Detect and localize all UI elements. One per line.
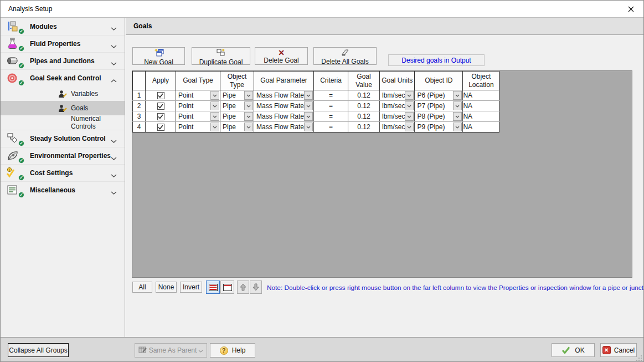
goal-value-cell[interactable]: 0.12 (348, 122, 380, 132)
collapse-all-groups-button[interactable]: Collapse All Groups (8, 343, 69, 357)
goal-type-cell[interactable]: Point (176, 111, 220, 122)
criteria-cell[interactable]: = (314, 101, 348, 111)
dropdown-button[interactable] (453, 91, 462, 100)
dropdown-button[interactable] (405, 112, 414, 121)
sidebar-group-modules[interactable]: Modules (1, 18, 125, 35)
goal-units-cell[interactable]: lbm/sec (380, 90, 415, 101)
move-down-button[interactable] (250, 281, 262, 294)
dropdown-button[interactable] (304, 101, 313, 110)
object-id-cell[interactable]: P9 (Pipe) (415, 122, 463, 132)
object-type-cell[interactable]: Pipe (220, 101, 254, 111)
apply-cell[interactable] (146, 90, 176, 101)
dropdown-button[interactable] (304, 91, 313, 100)
sidebar-group-fluid-properties[interactable]: Fluid Properties (1, 35, 125, 52)
dropdown-button[interactable] (304, 123, 313, 131)
dropdown-button[interactable] (210, 101, 219, 110)
delete-goal-button[interactable]: ✕ Delete Goal (255, 47, 308, 65)
goal-value-cell[interactable]: 0.12 (348, 111, 380, 122)
object-id-cell[interactable]: P7 (Pipe) (415, 101, 463, 111)
chevron-down-icon (246, 115, 251, 118)
desired-goals-output-link[interactable]: Desired goals in Output (388, 54, 485, 66)
dropdown-button[interactable] (244, 112, 253, 121)
dropdown-button[interactable] (453, 112, 462, 121)
object-location-cell[interactable]: NA (463, 90, 499, 101)
row-number-cell[interactable]: 4 (133, 122, 146, 132)
sidebar-group-steady-solution[interactable]: Steady Solution Control (1, 130, 125, 147)
dropdown-button[interactable] (244, 91, 253, 100)
goals-icon (58, 104, 68, 113)
dropdown-button[interactable] (210, 123, 219, 131)
criteria-cell[interactable]: = (314, 90, 348, 101)
object-id-cell[interactable]: P6 (Pipe) (415, 90, 463, 101)
cancel-button[interactable]: ✕ Cancel (600, 343, 637, 357)
object-location-cell[interactable]: NA (463, 101, 499, 111)
select-invert-button[interactable]: Invert (180, 282, 202, 293)
help-button[interactable]: ? Help (210, 343, 255, 358)
object-type-cell[interactable]: Pipe (220, 111, 254, 122)
goal-type-cell[interactable]: Point (176, 122, 220, 132)
close-button[interactable] (622, 3, 639, 16)
ok-check-icon (561, 346, 570, 354)
goal-units-cell[interactable]: lbm/sec (380, 122, 415, 132)
object-location-cell[interactable]: NA (463, 122, 499, 132)
goal-type-cell[interactable]: Point (176, 101, 220, 111)
goal-parameter-cell[interactable]: Mass Flow Rate (254, 101, 314, 111)
new-goal-button[interactable]: New Goal (132, 47, 185, 65)
object-id-cell[interactable]: P8 (Pipe) (415, 111, 463, 122)
sidebar-group-miscellaneous[interactable]: Miscellaneous (1, 181, 125, 198)
move-up-button[interactable] (237, 281, 249, 294)
row-number-cell[interactable]: 1 (133, 90, 146, 101)
apply-checkbox[interactable] (157, 113, 164, 120)
same-as-parent-dropdown[interactable]: Same As Parent (135, 343, 207, 358)
col-header-object-location: Object Location (463, 72, 499, 90)
dropdown-button[interactable] (210, 91, 219, 100)
resize-grip[interactable] (636, 355, 642, 361)
apply-cell[interactable] (146, 122, 176, 132)
goal-parameter-cell[interactable]: Mass Flow Rate (254, 90, 314, 101)
dropdown-button[interactable] (405, 91, 414, 100)
dropdown-button[interactable] (210, 112, 219, 121)
goal-units-cell[interactable]: lbm/sec (380, 101, 415, 111)
goal-value-cell[interactable]: 0.12 (348, 90, 380, 101)
select-none-button[interactable]: None (156, 282, 177, 293)
dropdown-button[interactable] (304, 112, 313, 121)
dropdown-button[interactable] (405, 101, 414, 110)
select-all-button[interactable]: All (132, 282, 152, 293)
chevron-down-icon (213, 115, 217, 118)
goal-units-cell[interactable]: lbm/sec (380, 111, 415, 122)
sidebar-item-numerical-controls[interactable]: Numerical Controls (1, 115, 125, 130)
goal-parameter-cell[interactable]: Mass Flow Rate (254, 122, 314, 132)
dropdown-button[interactable] (453, 101, 462, 110)
apply-checkbox[interactable] (157, 103, 164, 110)
row-number-cell[interactable]: 3 (133, 111, 146, 122)
ok-button[interactable]: OK (552, 343, 595, 357)
apply-cell[interactable] (146, 101, 176, 111)
criteria-cell[interactable]: = (314, 122, 348, 132)
apply-checkbox[interactable] (157, 124, 164, 131)
sidebar-group-cost-settings[interactable]: Cost Settings (1, 164, 125, 181)
header-only-toggle[interactable] (220, 281, 234, 294)
sidebar-item-goals[interactable]: Goals (1, 101, 125, 115)
sidebar-group-environmental[interactable]: Environmental Properties (1, 147, 125, 164)
sidebar-group-pipes-junctions[interactable]: Pipes and Junctions (1, 52, 125, 69)
dropdown-button[interactable] (244, 101, 253, 110)
criteria-cell[interactable]: = (314, 111, 348, 122)
goal-parameter-cell[interactable]: Mass Flow Rate (254, 111, 314, 122)
apply-checkbox[interactable] (157, 92, 164, 99)
goal-type-cell[interactable]: Point (176, 90, 220, 101)
sidebar-group-goal-seek[interactable]: Goal Seek and Control (1, 69, 125, 86)
dropdown-button[interactable] (405, 123, 414, 131)
row-number-cell[interactable]: 2 (133, 101, 146, 111)
goal-value-cell[interactable]: 0.12 (348, 101, 380, 111)
delete-all-goals-button[interactable]: Delete All Goals (313, 47, 377, 65)
object-type-cell[interactable]: Pipe (220, 122, 254, 132)
duplicate-goal-button[interactable]: Duplicate Goal (192, 47, 250, 65)
object-type-cell[interactable]: Pipe (220, 90, 254, 101)
check-badge (18, 192, 24, 198)
dropdown-button[interactable] (244, 123, 253, 131)
apply-cell[interactable] (146, 111, 176, 122)
sidebar-item-variables[interactable]: Variables (1, 86, 125, 101)
object-location-cell[interactable]: NA (463, 111, 499, 122)
dropdown-button[interactable] (453, 123, 462, 131)
show-all-rows-toggle[interactable] (206, 281, 220, 294)
